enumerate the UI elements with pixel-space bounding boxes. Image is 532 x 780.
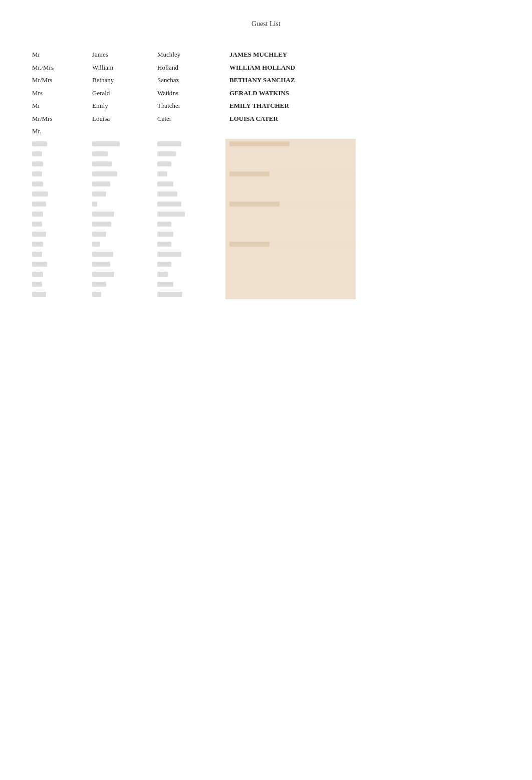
blurred-cell (30, 139, 90, 149)
guest-cell: Sanchaz (155, 74, 225, 87)
blurred-cell (90, 219, 155, 229)
guest-cell: William (90, 61, 155, 74)
blurred-cell (225, 179, 356, 189)
guest-cell: Emily (90, 99, 155, 112)
blurred-cell (155, 249, 225, 259)
blurred-cell (90, 249, 155, 259)
guest-cell: Mr/Mrs (30, 74, 90, 87)
blurred-cell (225, 199, 356, 209)
guest-cell: BETHANY SANCHAZ (225, 74, 356, 87)
blurred-cell (90, 289, 155, 299)
blurred-cell (155, 289, 225, 299)
blurred-cell (225, 189, 356, 199)
blurred-cell (30, 259, 90, 269)
blurred-cell (155, 139, 225, 149)
guest-cell: EMILY THATCHER (225, 99, 356, 112)
blurred-cell (90, 179, 155, 189)
guest-list-wrapper: MrJamesMuchleyJAMES MUCHLEYMr./MrsWillia… (0, 38, 532, 309)
blurred-cell (90, 199, 155, 209)
blurred-cell (155, 209, 225, 219)
guest-cell: LOUISA CATER (225, 112, 356, 125)
page-container: Guest List MrJamesMuchleyJAMES MUCHLEYMr… (0, 0, 532, 309)
blurred-cell (90, 229, 155, 239)
blurred-cell (225, 239, 356, 249)
blurred-cell (155, 169, 225, 179)
blurred-cell (225, 229, 356, 239)
blurred-cell (225, 139, 356, 149)
guest-cell: WILLIAM HOLLAND (225, 61, 356, 74)
blurred-cell (30, 179, 90, 189)
blurred-cell (90, 159, 155, 169)
blurred-cell (155, 279, 225, 289)
guest-cell: Mr (30, 99, 90, 112)
blurred-cell (90, 269, 155, 279)
blurred-cell (155, 229, 225, 239)
blurred-cell (225, 219, 356, 229)
blurred-cell (225, 269, 356, 279)
blurred-cell (225, 249, 356, 259)
blurred-cell (225, 149, 356, 159)
guest-cell: Mr. (30, 125, 90, 138)
blurred-cell (225, 289, 356, 299)
blurred-cell (225, 209, 356, 219)
guest-cell: Watkins (155, 87, 225, 100)
guest-cell: Mr/Mrs (30, 112, 90, 125)
blurred-cell (30, 149, 90, 159)
blurred-cell (30, 239, 90, 249)
blurred-cell (90, 209, 155, 219)
blurred-cell (90, 189, 155, 199)
blurred-cell (155, 219, 225, 229)
guest-cell (90, 125, 155, 138)
blurred-cell (30, 219, 90, 229)
blurred-cell (30, 209, 90, 219)
guest-cell: JAMES MUCHLEY (225, 48, 356, 61)
blurred-rows-grid (30, 139, 502, 299)
guest-cell: Mr./Mrs (30, 61, 90, 74)
guest-cell: Holland (155, 61, 225, 74)
guest-cell (155, 125, 225, 138)
blurred-cell (30, 249, 90, 259)
blurred-cell (155, 269, 225, 279)
guest-cell: Thatcher (155, 99, 225, 112)
blurred-cell (90, 279, 155, 289)
blurred-cell (90, 139, 155, 149)
blurred-cell (30, 169, 90, 179)
blurred-cell (155, 239, 225, 249)
blurred-cell (30, 279, 90, 289)
blurred-cell (225, 159, 356, 169)
blurred-cell (155, 189, 225, 199)
guest-cell: Mr (30, 48, 90, 61)
guest-cell: Cater (155, 112, 225, 125)
guest-cell: Louisa (90, 112, 155, 125)
page-title: Guest List (0, 0, 532, 38)
blurred-cell (30, 159, 90, 169)
blurred-cell (30, 229, 90, 239)
blurred-cell (225, 279, 356, 289)
guest-cell (225, 125, 356, 138)
blurred-cell (30, 189, 90, 199)
blurred-cell (90, 259, 155, 269)
guest-cell: Gerald (90, 87, 155, 100)
guest-cell: GERALD WATKINS (225, 87, 356, 100)
blurred-cell (155, 159, 225, 169)
blurred-cell (30, 269, 90, 279)
blurred-cell (225, 259, 356, 269)
blurred-cell (155, 179, 225, 189)
guest-cell: Muchley (155, 48, 225, 61)
blurred-cell (30, 289, 90, 299)
guest-cell: James (90, 48, 155, 61)
blurred-cell (155, 259, 225, 269)
blurred-cell (30, 199, 90, 209)
blurred-cell (90, 169, 155, 179)
blurred-cell (90, 149, 155, 159)
blurred-cell (90, 239, 155, 249)
blurred-cell (155, 199, 225, 209)
blurred-section (30, 139, 502, 299)
guest-cell: Bethany (90, 74, 155, 87)
blurred-cell (155, 149, 225, 159)
guest-cell: Mrs (30, 87, 90, 100)
blurred-cell (225, 169, 356, 179)
guest-table: MrJamesMuchleyJAMES MUCHLEYMr./MrsWillia… (30, 48, 502, 138)
